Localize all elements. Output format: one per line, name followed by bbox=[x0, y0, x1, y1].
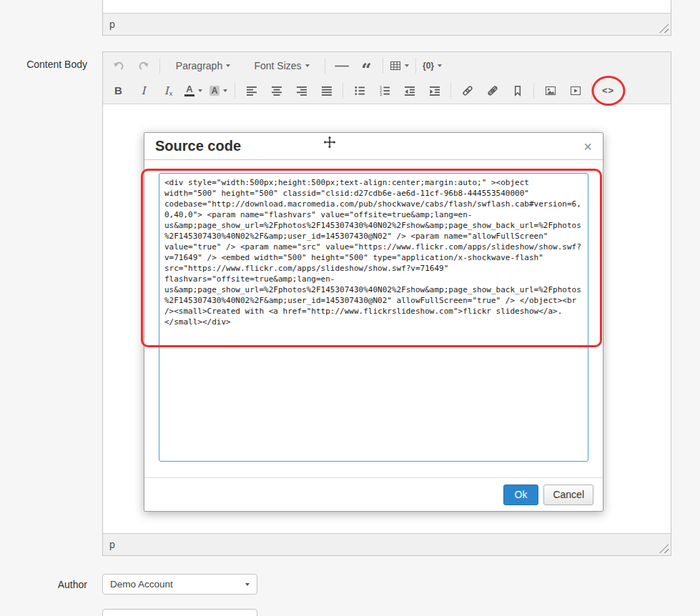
paragraph-format-select[interactable]: Paragraph bbox=[164, 55, 242, 76]
resize-grip-icon[interactable] bbox=[659, 544, 669, 553]
align-left-icon bbox=[246, 85, 257, 96]
undo-icon bbox=[113, 60, 124, 71]
chevron-down-icon bbox=[198, 89, 202, 92]
dialog-header[interactable]: Source code × bbox=[144, 133, 603, 160]
source-code-icon: <> bbox=[602, 85, 614, 96]
svg-text:3: 3 bbox=[380, 91, 382, 96]
text-color-icon: A bbox=[184, 85, 194, 96]
remove-link-button[interactable] bbox=[480, 80, 504, 101]
align-right-button[interactable] bbox=[290, 80, 313, 101]
chevron-down-icon bbox=[245, 583, 250, 586]
indent-icon bbox=[429, 85, 440, 96]
chevron-down-icon bbox=[305, 64, 310, 67]
anchor-button[interactable] bbox=[506, 80, 529, 101]
chevron-down-icon bbox=[405, 64, 409, 67]
align-right-icon bbox=[296, 85, 307, 96]
toolbar-separator bbox=[159, 58, 160, 74]
editor-statusbar: p bbox=[103, 533, 671, 555]
table-menu-button[interactable] bbox=[388, 55, 411, 76]
ok-button[interactable]: Ok bbox=[503, 485, 539, 505]
indent-button[interactable] bbox=[423, 80, 446, 101]
text-color-button[interactable]: A bbox=[182, 80, 205, 101]
outdent-icon bbox=[404, 85, 415, 96]
blockquote-button[interactable]: “ bbox=[355, 55, 378, 76]
source-code-textarea[interactable]: <div style="width:500px;height:500px;tex… bbox=[159, 173, 588, 462]
align-justify-icon bbox=[321, 85, 332, 96]
toolbar-separator bbox=[591, 83, 592, 99]
font-sizes-select[interactable]: Font Sizes bbox=[243, 55, 320, 76]
chevron-down-icon bbox=[223, 89, 227, 92]
horizontal-rule-icon: — bbox=[335, 60, 349, 71]
clear-formatting-button[interactable]: I x bbox=[157, 80, 180, 101]
author-label: Author bbox=[0, 579, 87, 590]
previous-editor-statusbar: p bbox=[103, 13, 671, 35]
toolbar-row-2: B I I x A A bbox=[106, 78, 668, 103]
source-code-dialog: Source code × <div style="width:500px;he… bbox=[144, 132, 603, 512]
element-path[interactable]: p bbox=[103, 19, 122, 30]
token-menu-button[interactable]: {0} bbox=[420, 55, 444, 76]
insert-image-button[interactable] bbox=[538, 80, 562, 101]
author-select[interactable]: Demo Account bbox=[102, 574, 257, 595]
italic-button[interactable]: I bbox=[132, 80, 155, 101]
toolbar-separator bbox=[383, 58, 383, 74]
dialog-footer: Ok Cancel bbox=[144, 477, 603, 511]
dialog-body: <div style="width:500px;height:500px;tex… bbox=[144, 160, 603, 462]
numbered-list-icon: 1 2 3 bbox=[379, 85, 390, 96]
author-select-value: Demo Account bbox=[110, 579, 173, 590]
dialog-title: Source code bbox=[155, 138, 241, 154]
align-center-button[interactable] bbox=[265, 80, 288, 101]
resize-grip-icon[interactable] bbox=[659, 24, 669, 33]
source-code-button[interactable]: <> bbox=[596, 80, 620, 101]
bookmark-icon bbox=[512, 85, 523, 96]
chevron-down-icon bbox=[226, 64, 230, 67]
next-field-input[interactable] bbox=[102, 609, 257, 616]
table-icon bbox=[390, 60, 401, 71]
background-color-icon: A bbox=[209, 86, 220, 96]
image-icon bbox=[545, 85, 556, 96]
content-body-label: Content Body bbox=[0, 59, 87, 70]
insert-media-button[interactable] bbox=[563, 80, 587, 101]
bold-icon: B bbox=[114, 84, 122, 96]
toolbar-separator bbox=[342, 83, 343, 99]
previous-editor: p bbox=[102, 0, 671, 36]
editor-toolbar: Paragraph Font Sizes — “ bbox=[103, 52, 671, 104]
outdent-button[interactable] bbox=[398, 80, 421, 101]
insert-link-button[interactable] bbox=[455, 80, 479, 101]
align-center-icon bbox=[271, 85, 282, 96]
cancel-button[interactable]: Cancel bbox=[543, 485, 593, 505]
bold-button[interactable]: B bbox=[107, 80, 130, 101]
undo-button[interactable] bbox=[107, 55, 130, 76]
align-left-button[interactable] bbox=[240, 80, 263, 101]
close-icon[interactable]: × bbox=[583, 139, 592, 154]
unlink-icon bbox=[487, 85, 498, 96]
token-icon: {0} bbox=[423, 61, 434, 71]
bullet-list-icon bbox=[354, 85, 365, 96]
toolbar-separator bbox=[325, 58, 325, 74]
toolbar-separator bbox=[533, 83, 534, 99]
redo-icon bbox=[138, 60, 149, 71]
toolbar-row-1: Paragraph Font Sizes — “ bbox=[106, 53, 668, 78]
toolbar-separator bbox=[415, 58, 416, 74]
bullet-list-button[interactable] bbox=[347, 80, 371, 101]
horizontal-rule-button[interactable]: — bbox=[330, 55, 353, 76]
numbered-list-button[interactable]: 1 2 3 bbox=[373, 80, 396, 101]
toolbar-separator bbox=[235, 83, 235, 99]
link-icon bbox=[462, 85, 473, 96]
font-sizes-label: Font Sizes bbox=[254, 60, 301, 71]
italic-icon: I bbox=[142, 84, 146, 97]
blockquote-icon: “ bbox=[361, 66, 371, 74]
chevron-down-icon bbox=[438, 64, 442, 67]
element-path[interactable]: p bbox=[103, 539, 122, 550]
align-justify-button[interactable] bbox=[315, 80, 338, 101]
media-icon bbox=[570, 85, 581, 96]
background-color-button[interactable]: A bbox=[207, 80, 230, 101]
paragraph-format-label: Paragraph bbox=[176, 60, 222, 71]
toolbar-separator bbox=[450, 83, 451, 99]
clear-formatting-sub: x bbox=[169, 90, 173, 97]
redo-button[interactable] bbox=[132, 55, 155, 76]
clear-formatting-icon: I bbox=[164, 84, 169, 97]
